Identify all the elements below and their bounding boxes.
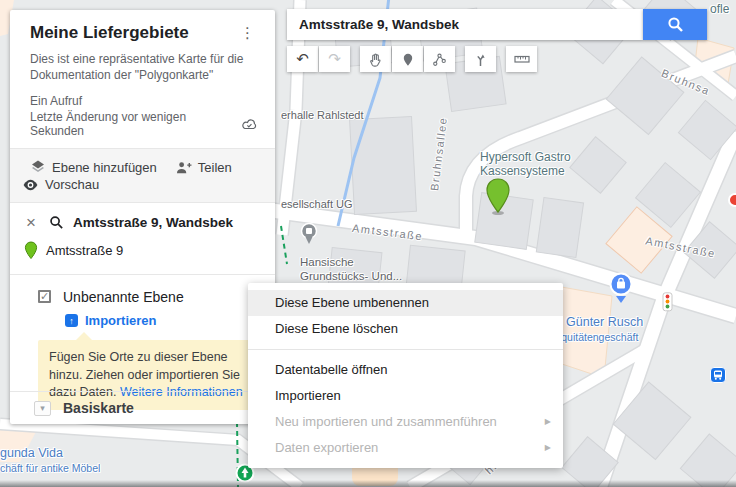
preview-button[interactable]: Vorschau [22, 177, 99, 192]
ruler-icon [514, 52, 530, 66]
add-layer-label: Ebene hinzufügen [52, 160, 157, 175]
map-search-box[interactable] [287, 9, 643, 40]
menu-item-import[interactable]: Importieren [248, 383, 563, 409]
layer-visibility-checkbox[interactable]: ✓ [38, 290, 51, 303]
layer-context-menu: Diese Ebene umbenennen Diese Ebene lösch… [248, 283, 563, 468]
company-pin-icon[interactable] [300, 222, 318, 250]
dropdown-arrow-glyph: ▾ [40, 403, 45, 413]
menu-item-delete-layer[interactable]: Diese Ebene löschen [248, 316, 563, 342]
menu-item-label: Neu importieren und zusammenführen [275, 414, 497, 429]
redo-icon: ↷ [328, 50, 341, 68]
basemap-label: Basiskarte [63, 400, 134, 416]
import-label: Importieren [85, 313, 157, 328]
window-bottom-shadow [0, 480, 736, 487]
red-poi-icon [727, 192, 736, 212]
person-add-icon [175, 160, 192, 175]
map-description[interactable]: Dies ist eine repräsentative Karte für d… [30, 51, 248, 83]
draw-line-button[interactable] [424, 46, 455, 72]
upload-arrow-glyph: ↑ [69, 316, 74, 326]
checkbox-check-icon: ✓ [40, 290, 49, 303]
green-pin-icon [24, 241, 38, 260]
add-directions-button[interactable] [465, 46, 496, 72]
menu-item-rename-layer[interactable]: Diese Ebene umbenennen [248, 290, 563, 316]
map-label-hansische[interactable]: Hansische Grundstücks- Und... [300, 256, 402, 284]
marker-icon [401, 52, 415, 67]
shopping-pin-icon[interactable] [608, 272, 634, 309]
panel-action-bar: Ebene hinzufügen Teilen [10, 148, 275, 203]
search-result-place-row[interactable]: Amtsstraße 9 [10, 233, 275, 270]
add-layer-button[interactable]: Ebene hinzufügen [30, 159, 157, 175]
add-marker-button[interactable] [392, 46, 423, 72]
import-link[interactable]: ↑ Importieren [65, 313, 275, 328]
map-label-hall: erhalle Rahlstedt [281, 109, 364, 122]
last-edit-status: Letzte Änderung vor wenigen Sekunden [30, 110, 240, 138]
map-label-guenter-rusch[interactable]: Günter Rusch [566, 315, 643, 330]
map-title[interactable]: Meine Liefergebiete [30, 23, 189, 43]
map-views-count: Ein Aufruf [30, 94, 261, 108]
search-icon [667, 16, 684, 33]
map-toolbar: ↶ ↷ [287, 46, 538, 72]
redo-button[interactable]: ↷ [319, 46, 350, 72]
map-search-input[interactable] [287, 17, 643, 32]
map-label-partial-top-right: ofle [710, 2, 729, 16]
submenu-arrow-icon: ▶ [545, 435, 551, 461]
cloud-saved-icon [240, 117, 259, 131]
map-label-antiques-shop: tiquitätengeschäft [556, 331, 638, 344]
menu-item-export-data: Daten exportieren ▶ [248, 435, 563, 461]
map-label-company-ug: esellschaft UG [281, 198, 353, 211]
map-label-vida-subtitle: chäft für antike Möbel [0, 462, 100, 475]
search-result-place-label: Amtsstraße 9 [46, 243, 123, 258]
measure-ruler-button[interactable] [506, 46, 537, 72]
draw-line-icon [432, 52, 447, 67]
menu-item-label: Daten exportieren [275, 440, 378, 455]
search-result-icon [49, 215, 64, 230]
layer-name[interactable]: Unbenannte Ebene [63, 289, 238, 305]
layer-section: ✓ Unbenannte Ebene ⋮ ↑ Importieren Fügen… [10, 274, 275, 410]
menu-divider [248, 349, 563, 350]
layers-icon [30, 159, 46, 175]
search-result-row[interactable]: × Amtsstraße 9, Wandsbek [10, 203, 275, 233]
clear-search-icon[interactable]: × [26, 214, 36, 231]
hand-icon [368, 52, 383, 67]
basemap-expand-icon[interactable]: ▾ [34, 401, 51, 416]
share-label: Teilen [198, 160, 232, 175]
search-result-query: Amtsstraße 9, Wandsbek [73, 215, 233, 230]
basemap-row[interactable]: ▾ Basiskarte [10, 391, 275, 424]
traffic-light-icon [662, 292, 673, 316]
import-upload-icon: ↑ [65, 314, 78, 327]
undo-icon: ↶ [296, 50, 309, 68]
eye-icon [22, 178, 39, 192]
undo-button[interactable]: ↶ [287, 46, 318, 72]
submenu-arrow-icon: ▶ [545, 409, 551, 435]
google-my-maps-window: erhalle Rahlstedt esellschaft UG Hyperso… [0, 0, 736, 487]
pan-hand-button[interactable] [360, 46, 391, 72]
search-result-pin-icon[interactable] [484, 177, 512, 221]
map-label-vida-shop: gunda Vida [0, 446, 63, 461]
share-button[interactable]: Teilen [175, 160, 232, 175]
menu-item-reimport-merge: Neu importieren und zusammenführen ▶ [248, 409, 563, 435]
map-label-hypersoft[interactable]: Hypersoft Gastro Kassensysteme [480, 150, 571, 179]
search-button[interactable] [643, 9, 707, 40]
menu-item-open-data-table[interactable]: Datentabelle öffnen [248, 357, 563, 383]
map-options-kebab-icon[interactable]: ⋮ [234, 23, 261, 42]
map-details-panel: Meine Liefergebiete ⋮ Dies ist eine repr… [10, 10, 275, 424]
directions-fork-icon [473, 52, 488, 67]
preview-label: Vorschau [45, 177, 99, 192]
transit-station-icon[interactable] [710, 367, 726, 387]
